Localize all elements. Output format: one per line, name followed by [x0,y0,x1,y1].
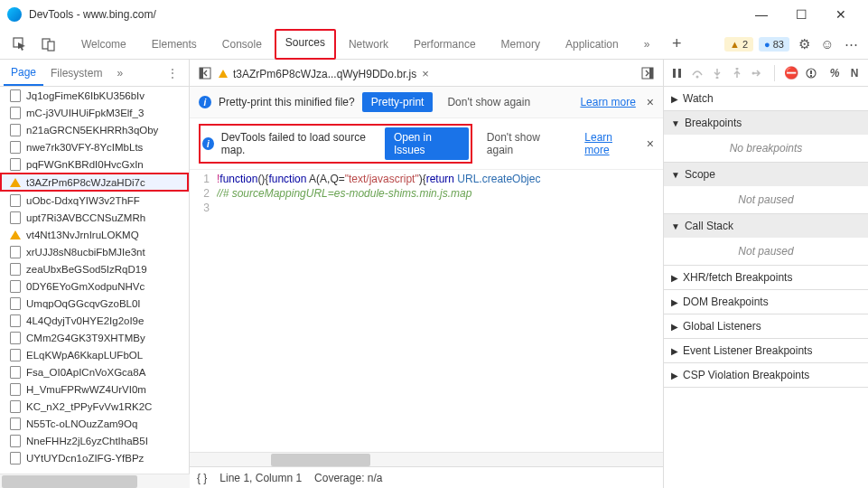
filesystem-tab[interactable]: Filesystem [43,61,109,85]
inspect-element-icon[interactable] [9,33,31,55]
file-name: nwe7rk30VFY-8YcIMbLts [26,142,143,153]
file-tree-item[interactable]: UmqpOqGGcqvGzoBL0I [0,295,189,312]
feedback-icon[interactable]: ☺ [816,36,839,52]
file-tree-item[interactable]: n21aGRCN5EKHRRh3qOby [0,121,189,138]
file-tree-item[interactable]: mC-j3VUIHUiFpkM3Elf_3 [0,104,189,121]
tab-performance[interactable]: Performance [401,29,489,60]
watch-section[interactable]: ▶Watch [664,87,868,110]
file-tree-item[interactable]: t3AZrPm6P8cWJzaHDi7c [0,173,189,192]
file-tree-item[interactable]: nwe7rk30VFY-8YcIMbLts [0,138,189,155]
nav-kebab-icon[interactable]: ⋮ [160,61,185,85]
event-listener-section[interactable]: ▶Event Listener Breakpoints [664,339,868,362]
csp-violation-section[interactable]: ▶CSP Violation Breakpoints [664,363,868,387]
toggle-navigator-icon[interactable] [195,67,215,80]
document-icon [9,107,22,119]
learn-more-link[interactable]: Learn more [584,131,636,156]
callstack-section[interactable]: ▼Call Stack [664,214,868,238]
step-into-icon[interactable] [709,68,725,79]
gear-icon[interactable]: ⚙ [792,36,816,52]
pretty-print-button[interactable]: Pretty-print [362,92,434,112]
svg-rect-14 [810,70,812,74]
file-name: upt7Ri3AVBCCNSuZMRh [26,212,145,223]
minimize-button[interactable]: — [742,1,781,28]
breakpoints-section[interactable]: ▼Breakpoints [664,111,868,135]
message-badge[interactable]: ●83 [759,37,789,52]
file-tree-item[interactable]: upt7Ri3AVBCCNSuZMRh [0,209,189,226]
file-tree-item[interactable]: 4L4QdyjTv0HYE2Ig2oI9e [0,312,189,329]
step-icon[interactable] [749,68,765,79]
pause-exceptions-icon[interactable] [803,68,819,79]
dismiss-pretty-button[interactable]: Don't show again [440,92,537,112]
more-tabs-icon[interactable]: » [631,29,663,60]
tab-memory[interactable]: Memory [489,29,553,60]
file-tree-item[interactable]: NneFHHz2jL6yzChtIhaB5I [0,432,189,449]
file-tree-item[interactable]: N55Tc-oLNOuzZam9Oq [0,415,189,432]
device-toggle-icon[interactable] [38,33,60,55]
kebab-icon[interactable]: ⋯ [839,36,863,52]
file-name: pqFWGnKBRdI0HvcGxIn [26,159,144,170]
scope-empty: Not paused [664,186,868,213]
editor-tab-file[interactable]: t3AZrPm6P8cWJza...qWyH9DDo.br.js × [215,61,433,84]
file-name: UYtUYDcn1oZIFG-YfBPz [26,453,144,464]
toggle-debugger-icon[interactable] [638,67,658,80]
pause-icon[interactable] [669,68,686,79]
info-icon: i [199,96,211,108]
code-line: !function(){function A(A,Q="text/javascr… [217,172,663,186]
close-window-button[interactable]: ✕ [821,1,861,28]
tab-welcome[interactable]: Welcome [69,29,139,60]
warn-icon [9,176,22,189]
file-tree-item[interactable]: H_VmuFPRwWZ4UrVI0m [0,380,189,398]
editor-h-scrollbar[interactable] [190,452,663,466]
callstack-empty: Not paused [664,238,868,265]
open-issues-button[interactable]: Open in Issues [385,127,469,160]
scope-section[interactable]: ▼Scope [664,163,868,186]
file-tree-item[interactable]: CMm2G4GK3T9XHTMBy [0,329,189,346]
file-name: xrUJJ8sN8ucbiFbMJIe3nt [26,247,145,258]
new-tab-icon[interactable]: + [666,33,687,55]
warn-icon [219,70,228,78]
file-tree-item[interactable]: UYtUYDcn1oZIFG-YfBPz [0,449,189,466]
svg-rect-4 [200,68,203,79]
dom-breakpoints-section[interactable]: ▶DOM Breakpoints [664,290,868,314]
tab-application[interactable]: Application [553,29,631,60]
warning-badge[interactable]: ▲2 [724,37,753,52]
file-tree-item[interactable]: ELqKWpA6KkapLUFbOL [0,346,189,363]
file-tree-item[interactable]: 0DY6EYoGmXodpuNHVc [0,277,189,295]
tab-network[interactable]: Network [336,29,401,60]
document-icon [9,141,22,154]
maximize-button[interactable]: ☐ [781,1,821,28]
code-editor[interactable]: 123 !function(){function A(A,Q="text/jav… [190,170,663,452]
close-tab-icon[interactable]: × [422,67,429,80]
deactivate-breakpoints-icon[interactable]: ⛔ [783,66,799,80]
file-name: mC-j3VUIHUiFpkM3Elf_3 [26,108,144,118]
close-banner-icon[interactable]: × [647,95,654,109]
page-tab[interactable]: Page [4,61,43,86]
file-tree-item[interactable]: Fsa_OI0ApICnVoXGca8A [0,363,189,380]
file-tree-item[interactable]: xrUJJ8sN8ucbiFbMJIe3nt [0,243,189,260]
learn-more-link[interactable]: Learn more [580,96,635,108]
navigator-h-scrollbar[interactable] [0,474,190,488]
debugger-settings-icon[interactable]: N [846,67,863,80]
tab-sources[interactable]: Sources [275,29,336,60]
step-out-icon[interactable] [729,68,745,79]
file-tree-item[interactable]: KC_nX2_tPPyFvVw1RK2C [0,398,189,415]
xhr-breakpoints-section[interactable]: ▶XHR/fetch Breakpoints [664,266,868,289]
tab-console[interactable]: Console [210,29,275,60]
file-tree-item[interactable]: zeaUbxBeGSod5IzRqD19 [0,260,189,277]
file-tree-item[interactable]: pqFWGnKBRdI0HvcGxIn [0,155,189,173]
more-nav-icon[interactable]: » [109,61,130,85]
file-tree-item[interactable]: vt4Nt13NvJrnIruLOKMQ [0,226,189,243]
global-listeners-section[interactable]: ▶Global Listeners [664,314,868,338]
dismiss-sourcemap-button[interactable]: Don't show again [480,127,570,160]
braces-icon[interactable]: { } [197,472,207,484]
sourcemap-icon[interactable]: % [826,67,843,80]
svg-point-11 [735,68,738,70]
close-banner-icon[interactable]: × [647,136,654,151]
step-over-icon[interactable] [689,68,705,79]
file-tree-item[interactable]: Jq1ogFimeK6IbKU356bIv [0,87,189,104]
file-tree[interactable]: Jq1ogFimeK6IbKU356bIvmC-j3VUIHUiFpkM3Elf… [0,87,189,488]
tab-elements[interactable]: Elements [139,29,210,60]
warning-count: 2 [742,39,748,50]
devtools-toolbar: Welcome Elements Console Sources Network… [0,29,868,60]
file-tree-item[interactable]: uObc-DdxqYIW3v2ThFF [0,192,189,209]
